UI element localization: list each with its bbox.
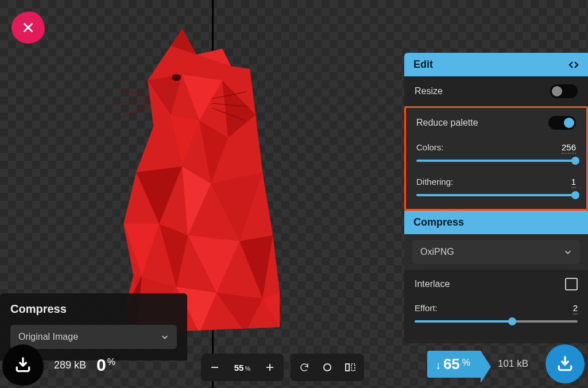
effort-label: Effort: [415, 303, 438, 315]
svg-line-22 [118, 101, 149, 103]
right-panel: Edit Resize Reduce palette Colors: 256 D… [404, 53, 588, 343]
chevron-down-icon [564, 248, 572, 256]
zoom-value[interactable]: 55% [226, 363, 258, 373]
download-icon [14, 356, 32, 374]
resize-row: Resize [404, 76, 588, 106]
edit-section-header[interactable]: Edit [404, 53, 588, 76]
colors-slider[interactable] [416, 160, 576, 162]
minus-icon [210, 363, 219, 372]
plus-icon [265, 363, 274, 372]
reduce-palette-highlight: Reduce palette Colors: 256 Dithering: 1 [404, 106, 588, 211]
original-codec-value: Original Image [18, 332, 78, 342]
compress-section-header[interactable]: Compress [404, 211, 588, 234]
interlace-checkbox[interactable] [565, 278, 578, 290]
colors-row: Colors: 256 [406, 138, 586, 174]
right-stats: ↓ 65% 101 kB [427, 344, 585, 383]
dithering-slider[interactable] [416, 194, 576, 196]
close-icon [22, 21, 34, 34]
reduce-palette-toggle[interactable] [548, 116, 576, 130]
svg-line-23 [121, 106, 149, 117]
left-compress-title: Compress [10, 302, 177, 316]
zoom-in-button[interactable] [258, 356, 281, 379]
dithering-label: Dithering: [416, 177, 453, 188]
original-percent: 0% [96, 355, 114, 375]
resize-toggle[interactable] [550, 84, 578, 98]
transform-group [291, 354, 364, 381]
svg-point-27 [324, 364, 331, 371]
dithering-row: Dithering: 1 [406, 174, 586, 209]
reduce-palette-label: Reduce palette [416, 118, 478, 128]
background-toggle-button[interactable] [316, 356, 339, 379]
svg-rect-28 [346, 364, 349, 371]
rotate-button[interactable] [293, 356, 316, 379]
svg-rect-29 [351, 364, 355, 371]
interlace-row: Interlace [404, 270, 588, 298]
expand-icon [568, 61, 579, 69]
compressed-size: 101 kB [498, 358, 528, 370]
resize-label: Resize [415, 86, 443, 96]
zoom-out-button[interactable] [203, 356, 226, 379]
flip-button[interactable] [339, 356, 362, 379]
codec-value: OxiPNG [420, 247, 454, 257]
interlace-label: Interlace [415, 279, 450, 289]
download-icon [556, 355, 574, 373]
chevron-down-icon [161, 333, 169, 341]
rotate-icon [299, 362, 310, 373]
flip-icon [345, 363, 355, 372]
codec-row: OxiPNG [404, 234, 588, 270]
svg-point-20 [172, 74, 181, 81]
savings-badge: ↓ 65% [427, 351, 481, 378]
original-size: 289 kB [54, 359, 86, 371]
zoom-toolbar: 55% [201, 354, 364, 381]
colors-value[interactable]: 256 [562, 142, 576, 154]
download-compressed-button[interactable] [546, 344, 585, 383]
circle-icon [323, 363, 332, 372]
zoom-group: 55% [201, 354, 284, 381]
left-stats: 289 kB 0% [2, 344, 114, 386]
dithering-value[interactable]: 1 [571, 177, 576, 188]
close-button[interactable] [11, 11, 45, 44]
download-original-button[interactable] [2, 344, 44, 386]
codec-select[interactable]: OxiPNG [412, 240, 580, 264]
colors-label: Colors: [416, 142, 444, 154]
down-arrow-icon: ↓ [435, 359, 441, 372]
effort-value[interactable]: 2 [573, 303, 578, 315]
svg-line-21 [119, 90, 149, 96]
effort-slider[interactable] [415, 320, 578, 323]
effort-row: Effort: 2 [404, 298, 588, 331]
reduce-palette-row: Reduce palette [406, 108, 586, 138]
